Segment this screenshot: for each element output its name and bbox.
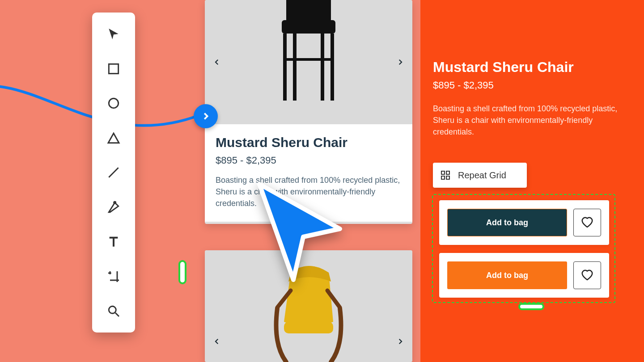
svg-point-4	[109, 306, 116, 313]
svg-rect-10	[293, 34, 297, 101]
repeat-grid-handle-vertical[interactable]	[178, 260, 186, 284]
cta-row: Add to bag	[439, 200, 609, 245]
heart-icon	[580, 216, 594, 229]
add-to-bag-label: Add to bag	[486, 271, 528, 280]
svg-point-1	[109, 98, 118, 108]
repeat-grid-selection[interactable]: Add to bag Add to bag	[432, 194, 615, 303]
svg-rect-16	[441, 176, 445, 179]
cta-row: Add to bag	[439, 253, 609, 298]
svg-rect-14	[441, 171, 445, 174]
product-title: Mustard Sheru Chair	[216, 135, 402, 150]
favorite-button[interactable]	[573, 261, 601, 289]
rp-product-price: $895 - $2,395	[433, 80, 494, 91]
svg-rect-8	[283, 34, 287, 101]
svg-rect-9	[330, 34, 334, 101]
flow-node[interactable]	[194, 104, 218, 128]
svg-line-2	[109, 168, 118, 177]
svg-rect-13	[284, 322, 333, 333]
select-tool[interactable]	[105, 25, 123, 43]
text-tool[interactable]	[105, 233, 123, 251]
svg-rect-17	[446, 176, 449, 179]
carousel-prev-2[interactable]	[210, 335, 224, 348]
rectangle-tool[interactable]	[105, 60, 123, 78]
repeat-grid-label: Repeat Grid	[458, 170, 506, 181]
svg-rect-6	[286, 0, 331, 22]
triangle-tool[interactable]	[105, 129, 123, 147]
repeat-grid-button[interactable]: Repeat Grid	[433, 163, 527, 188]
svg-rect-11	[321, 34, 324, 101]
favorite-button[interactable]	[573, 209, 601, 236]
product-image-carousel	[205, 0, 412, 124]
product-price: $895 - $2,395	[216, 155, 402, 166]
svg-rect-0	[109, 64, 118, 73]
add-to-bag-button[interactable]: Add to bag	[447, 209, 567, 236]
zoom-tool[interactable]	[105, 302, 123, 320]
pen-tool[interactable]	[105, 198, 123, 216]
add-to-bag-button[interactable]: Add to bag	[447, 261, 567, 289]
cursor-illustration	[250, 180, 349, 287]
svg-line-5	[115, 313, 119, 316]
add-to-bag-label: Add to bag	[486, 218, 528, 227]
ellipse-tool[interactable]	[105, 94, 123, 112]
grid-icon	[440, 170, 451, 181]
svg-rect-12	[283, 58, 334, 61]
carousel-next-2[interactable]	[394, 335, 407, 348]
artboard-tool[interactable]	[105, 268, 123, 286]
carousel-prev[interactable]	[210, 55, 224, 69]
chevron-right-icon	[201, 111, 211, 121]
svg-rect-15	[446, 171, 449, 174]
line-tool[interactable]	[105, 164, 123, 181]
heart-icon	[580, 269, 594, 282]
svg-rect-7	[282, 20, 335, 34]
carousel-next[interactable]	[394, 55, 407, 69]
repeat-grid-handle-horizontal[interactable]	[518, 303, 544, 310]
rp-product-title: Mustard Sheru Chair	[433, 59, 574, 76]
tools-palette	[92, 13, 135, 333]
rp-product-description: Boasting a shell crafted from 100% recyc…	[433, 103, 621, 138]
product-image-black-chair	[262, 0, 356, 112]
